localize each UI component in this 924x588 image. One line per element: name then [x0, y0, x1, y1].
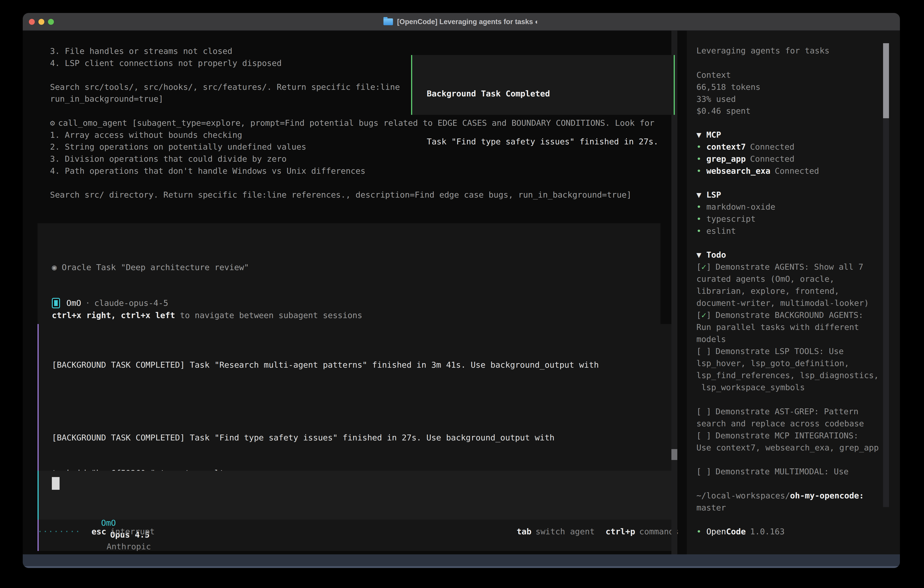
scrollback-line: 3. File handles or streams not closed [50, 45, 233, 57]
todo-line: Run parallel tasks with different [696, 321, 859, 333]
folder-icon [383, 18, 393, 25]
todo-line: librarian, explore, frontend, [696, 285, 840, 297]
scrollback-line: run_in_background=true] [50, 93, 163, 105]
agent-name: OmO [66, 297, 81, 309]
scrollback-line: 3. Division operations that could divide… [50, 153, 287, 165]
hint-text: to navigate between subagent sessions [175, 311, 362, 320]
title-bar: [OpenCode] Leveraging agents for tasks ◐ [23, 13, 900, 31]
sidebar: Leveraging agents for tasks Context 66,5… [687, 31, 900, 554]
section-mcp[interactable]: ▼MCP [696, 129, 721, 141]
oracle-task-title: ◉ Oracle Task "Deep architecture review" [52, 261, 660, 273]
bullet-icon: • [696, 154, 701, 164]
todo-line: [ ]Demonstrate MULTIMODAL: Use [696, 466, 848, 477]
app-window: [OpenCode] Leveraging agents for tasks ◐… [23, 13, 900, 568]
context-used: 33% used [696, 93, 736, 105]
chevron-down-icon: ▼ [696, 250, 701, 259]
todo-line: curated agents (OmO, oracle, [696, 273, 835, 285]
prompt-input[interactable]: OmO Opus 4.5 Anthropic [38, 471, 674, 520]
todo-line: models [696, 333, 726, 345]
section-todo[interactable]: ▼Todo [696, 249, 726, 261]
check-icon: ✓ [701, 311, 706, 320]
task-result-line: [BACKGROUND TASK COMPLETED] Task "Find t… [52, 432, 674, 444]
hint-keys: ctrl+x right, ctrl+x left [52, 311, 175, 320]
sidebar-scrollbar-thumb[interactable] [883, 43, 889, 118]
check-icon: ✓ [701, 262, 706, 271]
agent-icon [52, 298, 60, 308]
lsp-item: •typescript [696, 213, 756, 225]
agent-header: OmO · claude-opus-4-5 [52, 297, 168, 309]
scrollback-line: 1. Array access without bounds checking [50, 129, 242, 141]
scrollback-line: Search src/ directory. Return specific f… [50, 189, 632, 201]
minimize-button[interactable] [38, 19, 45, 25]
version-line: •OpenCode1.0.163 [696, 526, 785, 537]
scrollback-line: 2. String operations on potentially unde… [50, 141, 306, 153]
bullet-icon: • [696, 142, 701, 152]
todo-line: [✓]Demonstrate BACKGROUND AGENTS: [696, 309, 863, 321]
shortcut-interrupt: escinterrupt [91, 526, 155, 537]
oracle-task-hint: ctrl+x right, ctrl+x left to navigate be… [52, 309, 660, 321]
status-bar: ········ escinterrupt tabswitch agent ct… [38, 526, 679, 537]
close-button[interactable] [29, 19, 35, 25]
lsp-item: •eslint [696, 225, 736, 237]
notification-body: Task "Find type safety issues" finished … [427, 136, 674, 147]
context-spent: $0.46 spent [696, 105, 751, 117]
model-row: OmO Opus 4.5 Anthropic [52, 505, 151, 517]
todo-line: search and replace across codebase [696, 418, 864, 429]
window-title-text: [OpenCode] Leveraging agents for tasks ◐ [397, 18, 539, 26]
workspace-branch: master [696, 502, 726, 514]
bullet-icon: • [696, 214, 701, 223]
terminal-main: 3. File handles or streams not closed 4.… [23, 31, 687, 554]
todo-line: [✓]Demonstrate AGENTS: Show all 7 [696, 261, 863, 273]
session-title: Leveraging agents for tasks [696, 45, 830, 57]
context-tokens: 66,518 tokens [696, 81, 761, 93]
main-scrollbar-thumb[interactable] [672, 449, 677, 460]
bullet-icon: • [696, 527, 701, 536]
bullet-icon: • [696, 202, 701, 211]
chevron-down-icon: ▼ [696, 130, 701, 139]
text-cursor [52, 477, 59, 490]
mcp-item: •grep_appConnected [696, 153, 794, 165]
gear-icon: ⚙ [50, 118, 55, 127]
notification-title: Background Task Completed [427, 88, 674, 99]
todo-line-active: lsp_hover, lsp_goto_definition, [696, 357, 849, 369]
scrollback-line: 4. Path operations that don't handle Win… [50, 165, 365, 177]
todo-line: [ ]Demonstrate AST-GREP: Pattern [696, 406, 858, 418]
agent-model: claude-opus-4-5 [94, 297, 168, 309]
bullet-icon: • [696, 226, 701, 236]
scrollback-line: 4. LSP client connections not properly d… [50, 57, 282, 69]
background-task-notification: Background Task Completed Task "Find typ… [411, 55, 675, 115]
input-provider-name: Anthropic [107, 542, 151, 551]
todo-line: [ ]Demonstrate MCP INTEGRATIONS: [696, 430, 858, 441]
record-icon: ◉ [52, 263, 57, 272]
shortcut-commands: ctrl+pcommands [606, 526, 679, 537]
chevron-down-icon: ▼ [696, 190, 701, 200]
task-result-line: [BACKGROUND TASK COMPLETED] Task "Resear… [52, 359, 674, 371]
mcp-item: •websearch_exaConnected [696, 165, 819, 177]
todo-line-active: lsp_find_references, lsp_diagnostics, [696, 370, 879, 381]
bullet-icon: • [696, 166, 701, 175]
traffic-lights [29, 13, 54, 31]
spinner-dots: ········ [38, 526, 81, 537]
mcp-item: •context7Connected [696, 141, 794, 153]
zoom-button[interactable] [48, 19, 54, 25]
agent-separator: · [85, 297, 90, 309]
todo-line-active: lsp_workspace_symbols [696, 382, 805, 393]
window-title: [OpenCode] Leveraging agents for tasks ◐ [383, 13, 539, 31]
todo-line: document-writer, multimodal-looker) [696, 297, 869, 309]
lsp-item: •markdown-oxide [696, 201, 775, 213]
desktop: { "window": { "title": "[OpenCode] Lever… [0, 0, 924, 588]
window-footer [23, 554, 900, 568]
todo-line-active: [ ]Demonstrate LSP TOOLS: Use [696, 345, 844, 357]
scrollback-line: Search src/tools/, src/hooks/, src/featu… [50, 81, 400, 93]
workspace-path: ~/local-workspaces/oh-my-opencode: [696, 490, 864, 502]
shortcut-switch-agent: tabswitch agent [516, 526, 594, 537]
context-heading: Context [696, 69, 731, 81]
section-lsp[interactable]: ▼LSP [696, 189, 721, 201]
todo-line: Use context7, websearch_exa, grep_app [696, 442, 879, 454]
